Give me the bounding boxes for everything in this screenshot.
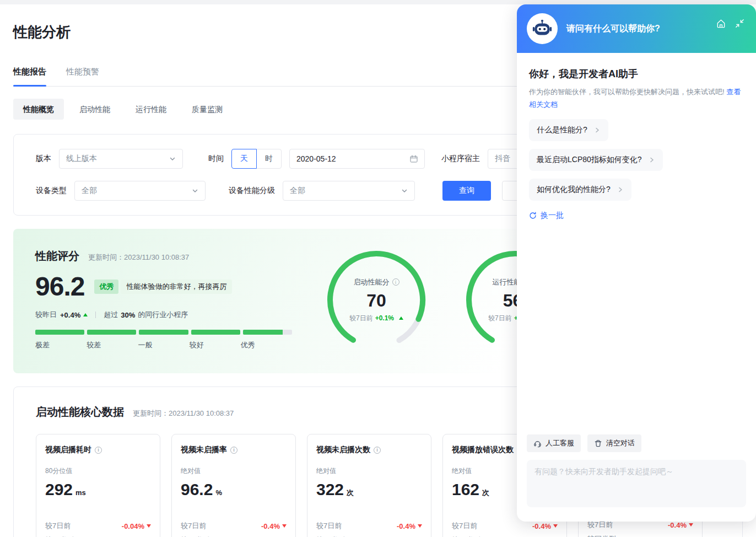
collapse-icon[interactable] <box>734 18 745 29</box>
gauge-delta-label: 较7日前 <box>488 314 512 323</box>
delta-label: 较同类型 <box>587 534 616 537</box>
subtab-runtime-performance[interactable]: 运行性能 <box>126 99 176 120</box>
version-select[interactable]: 线上版本 <box>59 149 183 169</box>
score-meta-row: 较昨日 +0.4% 超过 30% 的同行业小程序 <box>35 310 300 320</box>
human-support-button[interactable]: 人工客服 <box>527 434 581 452</box>
device-type-value: 全部 <box>82 186 97 196</box>
host-label: 小程序宿主 <box>441 154 480 164</box>
metric-value: 162 <box>452 479 479 500</box>
metric-card-video-nostart-rate: 视频未启播率 绝对值 96.2% 较7日前-0.4% 较同类型-0.1% <box>171 434 296 537</box>
metric-title: 视频播放错误次数 <box>452 445 514 455</box>
refresh-icon <box>529 212 537 219</box>
down-arrow-icon <box>282 524 287 528</box>
delta-value: -0.04% <box>122 522 144 530</box>
metric-sub-label: 绝对值 <box>316 466 422 476</box>
score-grade-badge: 优秀 <box>94 280 118 294</box>
device-grade-label: 设备性能分级 <box>229 186 275 196</box>
scale-segment <box>35 330 84 335</box>
question-chip-lcp80-trend[interactable]: 最近启动LCP80指标如何变化? <box>529 149 663 171</box>
assistant-header-title: 请问有什么可以帮助你? <box>566 23 660 35</box>
metric-sub-label: 80分位值 <box>45 466 151 476</box>
info-icon[interactable] <box>392 278 399 286</box>
info-icon[interactable] <box>95 447 102 454</box>
up-arrow-icon <box>399 316 403 320</box>
time-granularity-toggle: 天 时 <box>231 149 282 169</box>
human-support-label: 人工客服 <box>546 438 574 448</box>
gauge-delta-label: 较7日前 <box>349 314 373 323</box>
down-arrow-icon <box>553 524 558 528</box>
subtab-startup-performance[interactable]: 启动性能 <box>69 99 120 120</box>
chat-input[interactable] <box>527 460 746 507</box>
search-button[interactable]: 查询 <box>442 181 491 201</box>
info-icon[interactable] <box>374 447 381 454</box>
delta-label: 较7日前 <box>45 521 71 531</box>
device-type-select[interactable]: 全部 <box>74 181 206 201</box>
scale-label: 较好 <box>190 340 241 350</box>
version-select-value: 线上版本 <box>66 154 97 164</box>
ai-assistant-panel: 请问有什么可以帮助你? 你好，我是开发者AI助手 作为你的智能伙伴，我可以帮助你… <box>517 4 756 522</box>
metric-value: 322 <box>316 479 344 500</box>
trash-icon <box>594 439 602 448</box>
chevron-right-icon <box>594 127 601 133</box>
metric-value: 96.2 <box>181 479 213 500</box>
question-chip-label: 如何优化我的性能分? <box>537 185 611 195</box>
refresh-questions-button[interactable]: 换一批 <box>529 211 744 221</box>
assistant-footer: 人工客服 清空对话 <box>517 434 756 522</box>
date-picker[interactable]: 2020-05-12 <box>289 149 425 169</box>
question-chip-optimize-score[interactable]: 如何优化我的性能分? <box>529 179 631 201</box>
subtab-overview[interactable]: 性能概览 <box>13 99 64 120</box>
delta-value: -0.4% <box>668 521 687 529</box>
time-label: 时间 <box>208 154 224 164</box>
clear-chat-button[interactable]: 清空对话 <box>587 434 641 452</box>
clear-chat-label: 清空对话 <box>606 438 635 448</box>
gauge-value: 70 <box>366 291 386 310</box>
assistant-greeting-text: 作为你的智能伙伴，我可以帮助你更快解决问题，快来试试吧! 查看相关文档 <box>529 86 744 111</box>
overall-score: 96.2 <box>35 272 84 301</box>
assistant-greeting-title: 你好，我是开发者AI助手 <box>529 67 744 80</box>
score-card-title: 性能评分 <box>35 249 79 264</box>
assistant-header: 请问有什么可以帮助你? <box>517 4 756 53</box>
device-type-label: 设备类型 <box>36 186 67 196</box>
tab-performance-alert[interactable]: 性能预警 <box>66 66 99 86</box>
delta-value: -0.4% <box>397 522 415 530</box>
metric-value: 292 <box>45 479 73 500</box>
metric-unit: 次 <box>482 488 489 498</box>
time-option-hour[interactable]: 时 <box>256 149 282 169</box>
refresh-label: 换一批 <box>541 211 564 221</box>
section-updated-time: 更新时间：2023/11/30 10:08:37 <box>133 409 234 418</box>
metric-card-video-start-duration: 视频启播耗时 80分位值 292ms 较7日前-0.04% 较同类型-0.1% <box>36 434 160 537</box>
info-icon[interactable] <box>230 447 237 454</box>
beat-prefix: 超过 <box>104 310 118 320</box>
down-arrow-icon <box>689 523 693 527</box>
assistant-avatar <box>527 13 558 44</box>
startup-score-gauge: 启动性能分 70 较7日前+0.1% <box>325 249 428 351</box>
assistant-body: 你好，我是开发者AI助手 作为你的智能伙伴，我可以帮助你更快解决问题，快来试试吧… <box>517 53 756 434</box>
device-grade-value: 全部 <box>290 186 305 196</box>
tab-performance-report[interactable]: 性能报告 <box>13 66 46 86</box>
version-label: 版本 <box>36 154 51 164</box>
home-icon[interactable] <box>715 18 726 29</box>
question-chip-what-is-score[interactable]: 什么是性能分? <box>529 119 608 141</box>
scale-label: 极差 <box>35 340 87 350</box>
score-scale-labels: 极差 较差 一般 较好 优秀 <box>35 340 292 350</box>
gauge-delta-value: +0.1% <box>375 314 394 322</box>
delta-label: 较7日前 <box>181 521 206 531</box>
chevron-right-icon <box>617 186 624 193</box>
calendar-icon <box>410 155 418 163</box>
gauge-label: 启动性能分 <box>354 277 390 287</box>
time-option-day[interactable]: 天 <box>231 149 257 169</box>
scale-label: 优秀 <box>241 340 292 350</box>
device-grade-select[interactable]: 全部 <box>283 181 415 201</box>
down-arrow-icon <box>147 524 151 528</box>
greeting-text: 作为你的智能伙伴，我可以帮助你更快解决问题，快来试试吧! <box>529 88 725 96</box>
vs-yesterday-label: 较昨日 <box>35 310 57 320</box>
delta-value: -0.1% <box>668 535 687 537</box>
metric-unit: % <box>215 488 222 497</box>
delta-label: 较7日前 <box>452 521 477 531</box>
delta-value: -0.4% <box>532 522 551 530</box>
divider <box>95 312 96 318</box>
host-select-value: 抖音 <box>495 154 510 164</box>
subtab-quality-monitor[interactable]: 质量监测 <box>182 99 233 120</box>
metric-unit: 次 <box>347 488 354 498</box>
robot-icon <box>532 18 553 39</box>
